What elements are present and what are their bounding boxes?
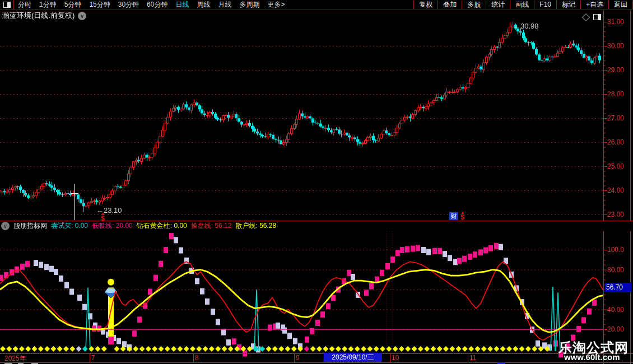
- high-price-annotation: ←30.98: [513, 22, 539, 30]
- date-axis-label: 7: [91, 354, 95, 362]
- date-axis-label: 8: [195, 354, 199, 362]
- split-view-icon[interactable]: [593, 14, 601, 20]
- price-axis-label: 31.00: [607, 18, 624, 26]
- toolbar-period-2[interactable]: 5分钟: [60, 0, 86, 10]
- chevron-down-icon[interactable]: ∨: [1, 222, 10, 230]
- stock-title: 瀚蓝环境(日线.前复权): [2, 11, 75, 21]
- chart-corner-icons: [583, 14, 601, 20]
- price-axis-label: 25.00: [607, 162, 624, 170]
- panel-layout-icon: [3, 2, 11, 8]
- current-value-tag: 56.70: [604, 283, 631, 292]
- toolbar-tool-3[interactable]: 统计: [486, 1, 510, 9]
- sell-signal-marker: ▲$: [460, 211, 465, 220]
- low-price-annotation: ←23.10: [96, 206, 122, 214]
- toolbar-period-0[interactable]: 分时: [14, 0, 35, 10]
- toolbar-tool-8[interactable]: 返回: [608, 1, 633, 9]
- price-axis-label: 23.00: [607, 211, 624, 218]
- period-menu: 分时1分钟5分钟15分钟30分钟60分钟日线周线月线多周期更多>: [14, 0, 288, 10]
- price-axis-label: 27.00: [607, 114, 624, 122]
- toolbar-tool-2[interactable]: 多股: [462, 1, 486, 9]
- date-axis-label: 9: [296, 354, 300, 362]
- toolbar-tool-5[interactable]: F10: [534, 1, 556, 9]
- toolbar-period-1[interactable]: 1分钟: [35, 0, 60, 10]
- price-axis-label: 26.00: [607, 138, 624, 146]
- sell-signal-marker: ▲$: [101, 212, 105, 221]
- indicator-axis-label: 20.00: [607, 325, 624, 333]
- toolbar-period-8[interactable]: 月线: [214, 0, 235, 10]
- indicator-oscillator-chart[interactable]: [0, 231, 633, 364]
- toolbar-tool-0[interactable]: 复权: [413, 1, 437, 9]
- chevron-down-icon[interactable]: ∨: [78, 12, 86, 20]
- indicator-value-3: 操盘线: 56.12: [191, 221, 232, 231]
- top-toolbar: 分时1分钟5分钟15分钟30分钟60分钟日线周线月线多周期更多> 复权叠加多股统…: [0, 0, 633, 10]
- toolbar-tool-4[interactable]: 画线: [510, 1, 534, 9]
- toolbar-period-6[interactable]: 日线: [171, 0, 193, 10]
- toolbar-tool-6[interactable]: 标记: [556, 1, 580, 9]
- cursor-date-box: 2025/09/10/三: [324, 353, 382, 362]
- indicator-value-4: 散户线: 56.28: [235, 221, 276, 231]
- indicator-value-2: 钻石黄金柱: 0.00: [137, 221, 187, 231]
- indicator-value-0: 尝试买: 0.00: [51, 221, 88, 231]
- toolbar-period-7[interactable]: 周线: [193, 0, 214, 10]
- price-axis-label: 28.00: [607, 90, 624, 98]
- watermark-site-url: www.60lt.com: [564, 352, 620, 362]
- date-axis-label: 2025年: [4, 354, 26, 363]
- toolbar-period-3[interactable]: 15分钟: [85, 0, 114, 10]
- toolbar-period-4[interactable]: 30分钟: [114, 0, 143, 10]
- toolbar-period-5[interactable]: 60分钟: [143, 0, 171, 10]
- window-panel-icon[interactable]: [0, 0, 14, 10]
- toolbar-period-9[interactable]: 多周期: [235, 0, 263, 10]
- diamond-icon[interactable]: [582, 13, 590, 21]
- date-axis-label: 11: [469, 354, 476, 362]
- tools-menu: 复权叠加多股统计画线F10标记+自选返回: [413, 1, 633, 9]
- price-axis-label: 30.00: [607, 42, 624, 50]
- price-axis-label: 29.00: [607, 66, 624, 74]
- date-axis-label: 10: [392, 354, 399, 362]
- indicator-axis-label: 80.00: [607, 266, 624, 274]
- indicator-axis-label: 100.0: [607, 246, 624, 254]
- price-candlestick-chart[interactable]: [0, 10, 633, 221]
- indicator-values: 尝试买: 0.00低吸线: 20.00钻石黄金柱: 0.00操盘线: 56.12…: [51, 221, 276, 231]
- toolbar-tool-1[interactable]: 叠加: [437, 1, 462, 9]
- indicator-source: 股朋指标网: [13, 221, 47, 231]
- cai-news-badge[interactable]: 财: [449, 212, 458, 220]
- toolbar-tool-7[interactable]: +自选: [580, 1, 608, 9]
- price-axis-label: 24.00: [607, 186, 624, 194]
- stock-title-row: 瀚蓝环境(日线.前复权) ∨: [2, 11, 86, 21]
- toolbar-period-10[interactable]: 更多>: [263, 0, 288, 10]
- indicator-axis-label: 40.00: [607, 306, 624, 314]
- trading-app-window: 分时1分钟5分钟15分钟30分钟60分钟日线周线月线多周期更多> 复权叠加多股统…: [0, 0, 633, 364]
- indicator-label-row: ∨ 股朋指标网 尝试买: 0.00低吸线: 20.00钻石黄金柱: 0.00操盘…: [1, 221, 276, 231]
- indicator-value-1: 低吸线: 20.00: [92, 221, 133, 231]
